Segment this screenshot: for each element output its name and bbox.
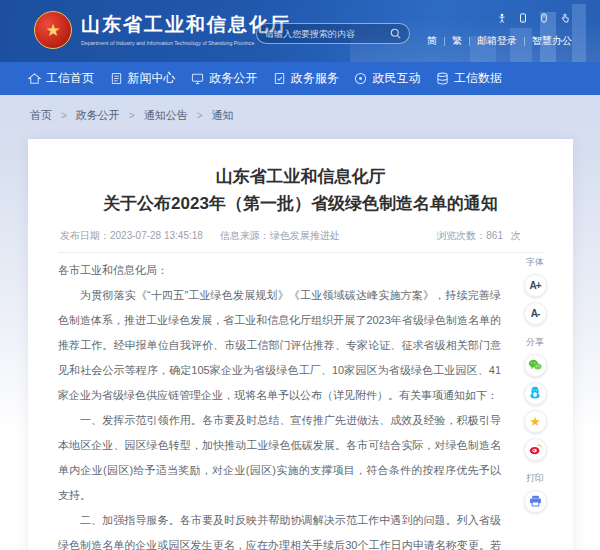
header-quick-links: 简 繁 邮箱登录 智慧办公: [427, 34, 572, 48]
nav-item-data[interactable]: 工信数据: [436, 70, 502, 87]
accessibility-icon[interactable]: [497, 13, 507, 23]
breadcrumb-separator: >: [129, 110, 135, 121]
breadcrumb-home[interactable]: 首页: [30, 108, 52, 123]
article-title-line2: 关于公布2023年（第一批）省级绿色制造名单的通知: [78, 190, 523, 217]
share-label: 分享: [526, 336, 544, 349]
nav-item-news[interactable]: 新闻中心: [110, 70, 176, 87]
star-icon: ★: [529, 415, 541, 428]
floating-toolbar: 字体 A+ A- 分享 ★ 打印: [521, 250, 549, 518]
article-paragraph: 一、发挥示范引领作用。各市要及时总结、宣传推广先进做法、成效及经验，积极引导本地…: [58, 408, 501, 508]
smart-office-link[interactable]: 智慧办公: [532, 34, 572, 48]
nav-label: 政务服务: [291, 70, 339, 87]
nav-item-home[interactable]: 工信首页: [28, 70, 94, 87]
news-icon: [110, 72, 123, 85]
search-input[interactable]: [265, 29, 390, 39]
nav-label: 工信首页: [46, 70, 94, 87]
lang-traditional-link[interactable]: 繁: [452, 34, 462, 48]
article-salutation: 各市工业和信息化局：: [58, 258, 501, 283]
article-title-line1: 山东省工业和信息化厅: [78, 163, 523, 190]
nav-item-interaction[interactable]: 政民互动: [354, 70, 420, 87]
breadcrumb-separator: >: [61, 110, 67, 121]
share-wechat-button[interactable]: [524, 354, 547, 377]
home-icon: [28, 72, 41, 85]
breadcrumb-gov-open[interactable]: 政务公开: [76, 108, 120, 123]
nav-label: 新闻中心: [128, 70, 176, 87]
breadcrumb-notice[interactable]: 通知: [212, 108, 234, 123]
breadcrumb-separator: >: [197, 110, 203, 121]
mail-login-link[interactable]: 邮箱登录: [477, 34, 517, 48]
article-body: 各市工业和信息化局： 为贯彻落实《“十四五”工业绿色发展规划》《工业领域碳达峰实…: [58, 258, 543, 550]
search-icon[interactable]: [390, 25, 401, 43]
publish-date: 发布日期：2023-07-28 13:45:18: [60, 230, 203, 241]
national-emblem-icon: ★: [34, 11, 72, 49]
nav-label: 工信数据: [454, 70, 502, 87]
hand-pointer-icon[interactable]: [560, 13, 570, 23]
wechat-icon: [528, 357, 542, 375]
header-utility-icons: [497, 13, 570, 23]
weibo-icon: [529, 441, 542, 459]
article-paragraph: 二、加强指导服务。各市要及时反映并帮助协调解决示范工作中遇到的问题。列入省级绿色…: [58, 508, 501, 550]
share-favorite-button[interactable]: ★: [524, 410, 547, 433]
print-button[interactable]: [524, 490, 547, 513]
mobile-icon[interactable]: [518, 13, 528, 23]
share-qq-button[interactable]: [524, 382, 547, 405]
nav-label: 政民互动: [372, 70, 420, 87]
main-navbar: 工信首页 新闻中心 政务公开 政务服务 政民互动 工信数据: [0, 62, 600, 95]
link-divider: [524, 37, 525, 46]
nav-item-gov-open[interactable]: 政务公开: [191, 70, 257, 87]
lang-simplified-link[interactable]: 简: [427, 34, 437, 48]
article-title: 山东省工业和信息化厅 关于公布2023年（第一批）省级绿色制造名单的通知: [58, 163, 543, 217]
site-subtitle: Department of Industry and Information T…: [81, 40, 254, 46]
site-search-box[interactable]: [256, 23, 410, 44]
service-icon: [273, 72, 286, 85]
link-divider: [469, 37, 470, 46]
share-weibo-button[interactable]: [524, 438, 547, 461]
nav-label: 政务公开: [209, 70, 257, 87]
nav-item-gov-service[interactable]: 政务服务: [273, 70, 339, 87]
font-increase-button[interactable]: A+: [524, 274, 547, 297]
font-size-label: 字体: [526, 256, 544, 269]
breadcrumb-notices[interactable]: 通知公告: [144, 108, 188, 123]
article-meta: 发布日期：2023-07-28 13:45:18 信息来源：绿色发展推进处 浏览…: [58, 229, 543, 253]
page-background: 首页 > 政务公开 > 通知公告 > 通知 山东省工业和信息化厅 关于公布202…: [0, 95, 600, 550]
info-source: 信息来源：绿色发展推进处: [220, 230, 340, 241]
printer-icon: [529, 493, 542, 511]
qq-icon: [529, 385, 541, 403]
meta-left: 发布日期：2023-07-28 13:45:18 信息来源：绿色发展推进处: [60, 229, 354, 243]
mouse-icon[interactable]: [539, 13, 549, 23]
site-header: ★ 山东省工业和信息化厅 Department of Industry and …: [0, 0, 600, 62]
link-divider: [444, 37, 445, 46]
article-paragraph: 为贯彻落实《“十四五”工业绿色发展规划》《工业领域碳达峰实施方案》，持续完善绿色…: [58, 283, 501, 408]
view-count: 浏览次数：861次: [436, 229, 521, 243]
article-card: 山东省工业和信息化厅 关于公布2023年（第一批）省级绿色制造名单的通知 发布日…: [28, 139, 573, 550]
font-decrease-button[interactable]: A-: [524, 302, 547, 325]
database-icon: [436, 72, 449, 85]
breadcrumb: 首页 > 政务公开 > 通知公告 > 通知: [0, 95, 600, 123]
interaction-icon: [354, 72, 367, 85]
print-label: 打印: [526, 472, 544, 485]
monitor-icon: [191, 72, 204, 85]
